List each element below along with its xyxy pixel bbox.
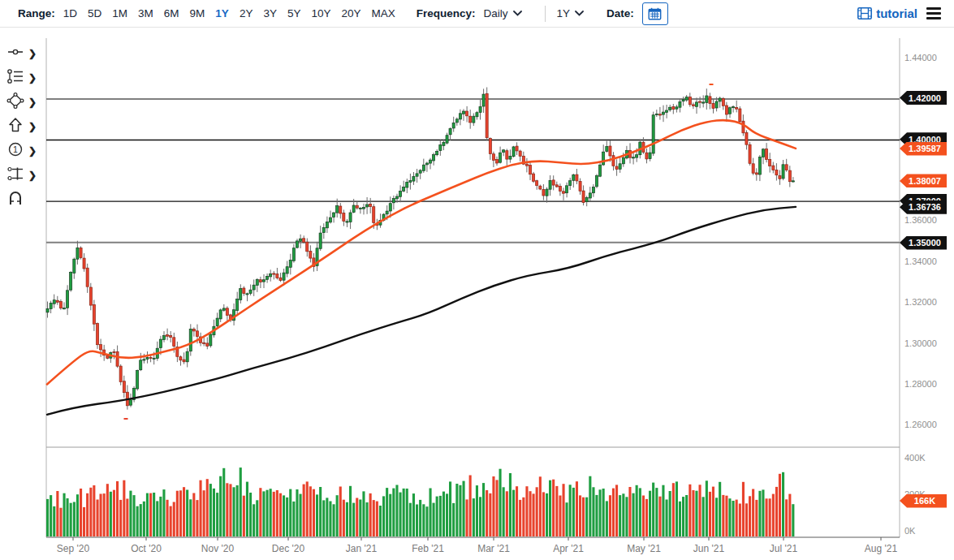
trendline-tool-icon: [6, 44, 24, 63]
svg-text:1: 1: [13, 144, 18, 154]
x-axis-month-label: Oct '20: [131, 543, 162, 554]
price-badge-last-volume: 166K: [900, 494, 947, 508]
y-axis-label: 1.36000: [904, 215, 937, 225]
x-axis-month-label: Jun '21: [693, 543, 724, 554]
arrow-tool-icon: [6, 117, 24, 136]
high-marker: [710, 84, 714, 85]
x-axis-month-label: Sep '20: [57, 543, 89, 554]
volume-axis-label: 400K: [904, 453, 926, 463]
x-axis-month-label: Feb '21: [412, 543, 444, 554]
volume-axis-label: 0K: [904, 526, 915, 536]
volume-bars-layer: [46, 467, 794, 536]
shape-tool-icon: [6, 93, 24, 112]
annotation-number-tool-icon: 1: [6, 141, 24, 161]
price-chart[interactable]: [0, 0, 954, 560]
x-axis-month-label: Aug '21: [865, 543, 897, 554]
chevron-right-icon: ❯: [28, 170, 37, 180]
price-badge-ma50-value: 1.39587: [900, 142, 947, 156]
chevron-right-icon: ❯: [28, 73, 37, 83]
magnet-tool[interactable]: [6, 189, 42, 210]
chevron-right-icon: ❯: [28, 122, 37, 131]
shape-tool[interactable]: ❯: [6, 92, 42, 113]
measure-tool[interactable]: ❯: [6, 165, 42, 186]
price-badge-level: 1.35000: [900, 236, 947, 250]
y-axis-label: 1.34000: [904, 256, 937, 266]
y-axis-label: 1.44000: [904, 53, 937, 62]
app-window: { "toolbar": { "range_label": "Range:", …: [0, 0, 954, 560]
chevron-right-icon: ❯: [28, 146, 37, 156]
price-badge-ma200-value: 1.36736: [900, 200, 947, 214]
plot-borders: [46, 38, 900, 537]
x-axis-month-label: Jan '21: [346, 543, 377, 554]
fibonacci-tool-icon: [6, 68, 24, 88]
y-axis-label: 1.30000: [904, 338, 937, 348]
trendline-tool[interactable]: ❯: [6, 43, 42, 64]
x-axis-month-label: Nov '20: [201, 543, 234, 554]
low-marker: [124, 418, 128, 420]
chevron-right-icon: ❯: [28, 49, 37, 58]
y-axis-label: 1.26000: [904, 420, 937, 429]
y-axis-label: 1.28000: [904, 379, 937, 389]
chevron-right-icon: ❯: [28, 97, 37, 107]
price-badge-level: 1.42000: [900, 91, 947, 105]
price-badge-last-price: 1.38007: [900, 174, 947, 187]
magnet-tool-icon: [6, 190, 24, 209]
ma200-line[interactable]: [47, 207, 796, 415]
arrow-tool[interactable]: ❯: [6, 116, 42, 137]
y-axis-label: 1.32000: [904, 297, 937, 307]
fibonacci-tool[interactable]: ❯: [6, 67, 42, 88]
annotation-number-tool[interactable]: 1❯: [6, 140, 42, 162]
measure-tool-icon: [6, 166, 24, 185]
candle-wicks-layer: [48, 88, 793, 410]
x-axis-month-label: Dec '20: [272, 543, 304, 554]
x-axis-month-label: Mar '21: [477, 543, 510, 554]
x-axis-month-label: May '21: [627, 543, 661, 554]
x-axis-month-label: Apr '21: [553, 543, 584, 554]
x-axis-month-label: Jul '21: [770, 543, 797, 554]
